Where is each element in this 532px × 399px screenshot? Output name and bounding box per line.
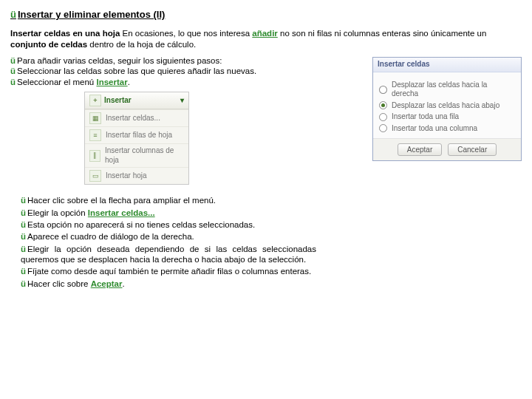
steps-bottom: üHacer clic sobre el la flecha para ampl…	[21, 195, 316, 289]
check-icon: ü	[10, 9, 16, 20]
rows-icon: ≡	[89, 129, 101, 141]
check-icon: ü	[10, 66, 16, 75]
step-text: Elegir la opción	[27, 208, 88, 217]
step-text: Seleccionar el menú	[17, 78, 96, 86]
chevron-down-icon: ▾	[180, 96, 184, 106]
dialog-option-abajo[interactable]: Desplazar las celdas hacia abajo	[379, 101, 515, 111]
cells-icon: ▦	[89, 112, 101, 124]
kw-conjunto-celdas: conjunto de celdas	[10, 40, 87, 49]
check-icon: ü	[10, 56, 16, 65]
step-text: Aparece el cuadro de diálogo de la derec…	[27, 232, 194, 241]
steps-top: üPara añadir varias celdas, seguir los s…	[10, 55, 321, 185]
insert-icon: +	[89, 95, 101, 106]
cols-icon: ∥	[89, 150, 100, 162]
check-icon: ü	[21, 208, 26, 217]
intro-lead: Insertar celdas en una hoja	[10, 29, 120, 38]
dialog-option-derecha[interactable]: Desplazar las celdas hacia la derecha	[379, 81, 515, 99]
cancelar-button[interactable]: Cancelar	[448, 143, 497, 156]
section-title: üInsertar y eliminar elementos (II)	[10, 9, 522, 21]
step-text: Hacer clic sobre el la flecha para ampli…	[27, 196, 216, 205]
check-icon: ü	[21, 196, 26, 205]
insert-dropdown-header[interactable]: + Insertar ▾	[85, 92, 188, 109]
radio-icon	[379, 124, 387, 132]
dialog-title: Insertar celdas	[378, 60, 430, 68]
dialog-titlebar: Insertar celdas	[373, 58, 521, 72]
check-icon: ü	[21, 232, 26, 241]
kw-insertar: Insertar	[96, 78, 127, 86]
sheet-icon: ▭	[89, 170, 101, 182]
section-title-text: Insertar y eliminar elementos (II)	[18, 9, 165, 20]
step-text: Esta opción no aparecerá si no tienes ce…	[27, 220, 255, 229]
step-text: Fíjate como desde aquí también te permit…	[27, 267, 311, 276]
menu-item-insertar-celdas[interactable]: ▦Insertar celdas...	[85, 109, 188, 126]
check-icon: ü	[21, 279, 26, 288]
radio-icon	[379, 113, 387, 121]
menu-item-insertar-filas[interactable]: ≡Insertar filas de hoja	[85, 126, 188, 143]
radio-icon	[379, 101, 387, 109]
kw-insertar-celdas: Insertar celdas...	[88, 208, 155, 217]
radio-icon	[379, 86, 387, 94]
dialog-option-fila[interactable]: Insertar toda una fila	[379, 112, 515, 122]
insert-dropdown-label: Insertar	[104, 96, 132, 106]
step-text: Para añadir varias celdas, seguir los si…	[17, 56, 222, 65]
intro-paragraph: Insertar celdas en una hoja En ocasiones…	[10, 28, 522, 50]
dialog-option-columna[interactable]: Insertar toda una columna	[379, 124, 515, 134]
kw-aceptar: Aceptar	[91, 279, 123, 288]
check-icon: ü	[21, 220, 26, 229]
aceptar-button[interactable]: Aceptar	[398, 143, 442, 156]
kw-anadir: añadir	[252, 29, 278, 38]
check-icon: ü	[21, 245, 26, 253]
step-text: Elegir la opción deseada dependiendo de …	[21, 245, 316, 264]
insert-dropdown: + Insertar ▾ ▦Insertar celdas... ≡Insert…	[84, 92, 189, 185]
menu-item-insertar-columnas[interactable]: ∥Insertar columnas de hoja	[85, 143, 188, 167]
check-icon: ü	[21, 267, 26, 276]
check-icon: ü	[10, 78, 16, 86]
menu-item-insertar-hoja[interactable]: ▭Insertar hoja	[85, 167, 188, 184]
insert-cells-dialog: Insertar celdas Desplazar las celdas hac…	[372, 57, 522, 161]
step-text: Seleccionar las celdas sobre las que qui…	[17, 66, 256, 75]
step-text: Hacer clic sobre	[27, 279, 91, 288]
